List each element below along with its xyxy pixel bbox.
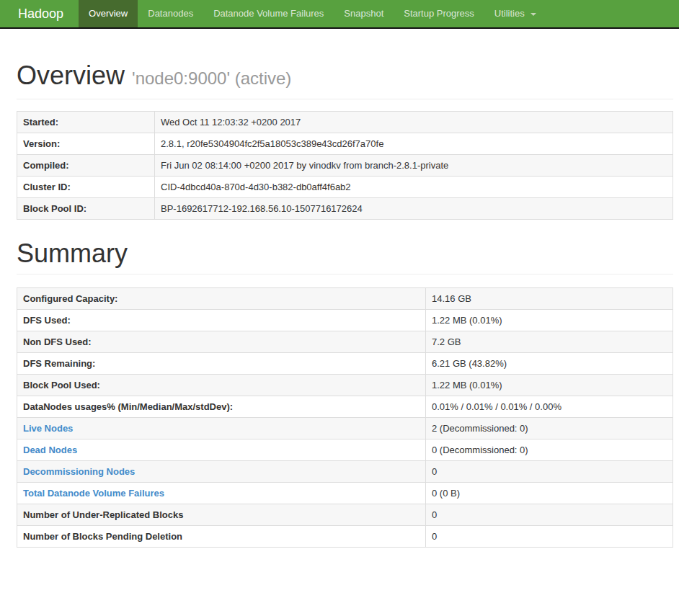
main-content: Overview 'node0:9000' (active) Started: … (17, 62, 673, 548)
row-value: 0 (426, 526, 673, 548)
table-row: Non DFS Used: 7.2 GB (17, 331, 673, 353)
row-label: DataNodes usages% (Min/Median/Max/stdDev… (17, 396, 426, 418)
row-label: Compiled: (17, 155, 155, 177)
table-row: Started: Wed Oct 11 12:03:32 +0200 2017 (17, 112, 673, 133)
row-label: Started: (17, 112, 155, 133)
nav-tab-overview[interactable]: Overview (79, 0, 138, 27)
row-label-link[interactable]: Total Datanode Volume Failures (17, 483, 426, 504)
nav-tab-datanodes[interactable]: Datanodes (138, 0, 203, 27)
nav-tabs: Overview Datanodes Datanode Volume Failu… (79, 0, 546, 27)
table-row: Configured Capacity: 14.16 GB (17, 288, 673, 310)
row-value: 2 (Decommissioned: 0) (426, 418, 673, 439)
table-row: DFS Remaining: 6.21 GB (43.82%) (17, 353, 673, 375)
table-row: DataNodes usages% (Min/Median/Max/stdDev… (17, 396, 673, 418)
row-value: Fri Jun 02 08:14:00 +0200 2017 by vinodk… (155, 155, 673, 177)
row-label: Version: (17, 133, 155, 155)
row-label-link[interactable]: Decommissioning Nodes (17, 461, 426, 483)
row-value: 1.22 MB (0.01%) (426, 375, 673, 396)
nav-tab-label: Datanode Volume Failures (213, 8, 324, 19)
nav-tab-label: Startup Progress (404, 8, 474, 19)
page-header: Overview 'node0:9000' (active) (17, 62, 673, 99)
row-value: Wed Oct 11 12:03:32 +0200 2017 (155, 112, 673, 133)
table-row: Version: 2.8.1, r20fe5304904fc2f5a18053c… (17, 133, 673, 155)
row-label: DFS Remaining: (17, 353, 426, 375)
divider (17, 274, 673, 274)
row-label: DFS Used: (17, 310, 426, 331)
row-value: 0.01% / 0.01% / 0.01% / 0.00% (426, 396, 673, 418)
row-value: 14.16 GB (426, 288, 673, 310)
table-row: Block Pool Used: 1.22 MB (0.01%) (17, 375, 673, 396)
navbar: Hadoop Overview Datanodes Datanode Volum… (0, 0, 679, 29)
row-label: Block Pool ID: (17, 198, 155, 220)
nav-tab-utilities[interactable]: Utilities (484, 0, 547, 27)
cluster-info-table: Started: Wed Oct 11 12:03:32 +0200 2017 … (17, 111, 673, 220)
row-value: 7.2 GB (426, 331, 673, 353)
row-value: 1.22 MB (0.01%) (426, 310, 673, 331)
row-value: CID-4dbcd40a-870d-4d30-b382-db0aff4f6ab2 (155, 177, 673, 198)
row-value: 0 (Decommissioned: 0) (426, 439, 673, 461)
summary-table: Configured Capacity: 14.16 GB DFS Used: … (17, 287, 673, 548)
table-row: DFS Used: 1.22 MB (0.01%) (17, 310, 673, 331)
brand-link[interactable]: Hadoop (0, 0, 79, 27)
row-label-link[interactable]: Live Nodes (17, 418, 426, 439)
row-value: BP-1692617712-192.168.56.10-150771617262… (155, 198, 673, 220)
nav-tab-startup-progress[interactable]: Startup Progress (394, 0, 484, 27)
table-row: Cluster ID: CID-4dbcd40a-870d-4d30-b382-… (17, 177, 673, 198)
summary-title: Summary (17, 240, 673, 267)
page-title-text: Overview (17, 61, 125, 90)
row-label: Cluster ID: (17, 177, 155, 198)
table-row: Dead Nodes 0 (Decommissioned: 0) (17, 439, 673, 461)
row-label-link[interactable]: Dead Nodes (17, 439, 426, 461)
row-label: Number of Blocks Pending Deletion (17, 526, 426, 548)
row-label: Non DFS Used: (17, 331, 426, 353)
row-label: Configured Capacity: (17, 288, 426, 310)
caret-down-icon (531, 13, 536, 16)
row-value: 0 (426, 461, 673, 483)
table-row: Live Nodes 2 (Decommissioned: 0) (17, 418, 673, 439)
row-value: 0 (426, 504, 673, 526)
table-row: Decommissioning Nodes 0 (17, 461, 673, 483)
row-value: 0 (0 B) (426, 483, 673, 504)
page-title: Overview 'node0:9000' (active) (17, 62, 673, 92)
row-label: Number of Under-Replicated Blocks (17, 504, 426, 526)
row-label: Block Pool Used: (17, 375, 426, 396)
nav-tab-datanode-volume-failures[interactable]: Datanode Volume Failures (203, 0, 334, 27)
table-row: Total Datanode Volume Failures 0 (0 B) (17, 483, 673, 504)
table-row: Number of Blocks Pending Deletion 0 (17, 526, 673, 548)
divider (17, 99, 673, 99)
nav-tab-label: Snapshot (344, 8, 383, 19)
nav-tab-label: Datanodes (148, 8, 193, 19)
nav-tab-label: Utilities (494, 8, 525, 19)
row-value: 6.21 GB (43.82%) (426, 353, 673, 375)
summary-header: Summary (17, 240, 673, 274)
nav-tab-label: Overview (89, 8, 128, 19)
row-value: 2.8.1, r20fe5304904fc2f5a18053c389e43cd2… (155, 133, 673, 155)
table-row: Compiled: Fri Jun 02 08:14:00 +0200 2017… (17, 155, 673, 177)
page-subtitle: 'node0:9000' (active) (132, 68, 291, 88)
nav-tab-snapshot[interactable]: Snapshot (334, 0, 394, 27)
table-row: Number of Under-Replicated Blocks 0 (17, 504, 673, 526)
table-row: Block Pool ID: BP-1692617712-192.168.56.… (17, 198, 673, 220)
